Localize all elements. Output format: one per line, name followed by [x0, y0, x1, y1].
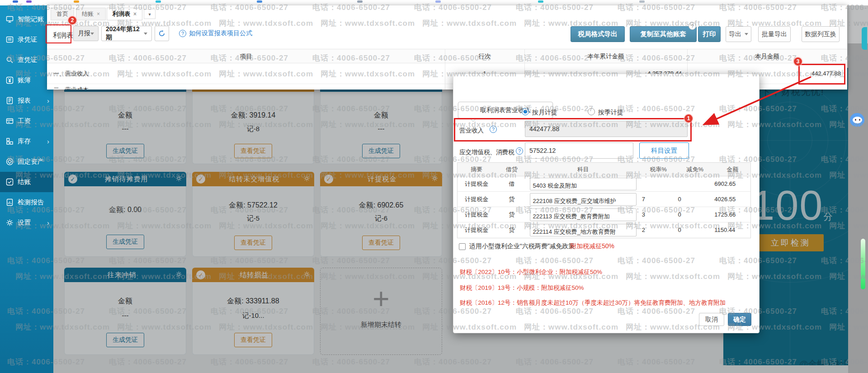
- policy-note: 财税〔2022〕10号：小型微利企业：附加税减征50%: [460, 268, 602, 276]
- sidebar-item-label: 结账: [18, 178, 31, 186]
- entry-summary: 计提税金: [458, 192, 496, 207]
- monitor-icon: [6, 15, 14, 23]
- radio-monthly[interactable]: [522, 108, 529, 115]
- account-input[interactable]: 222108 应交税费_应交城市维护: [530, 193, 637, 206]
- refresh-icon: [158, 30, 165, 37]
- favicon-sliver: [357, 0, 363, 3]
- subject-settings-button[interactable]: 科目设置: [639, 142, 689, 159]
- entry-row: 计提税金 贷 222113 应交税费_教育费附加 3 0 1725.66: [458, 207, 750, 222]
- export-button[interactable]: 导出: [726, 26, 751, 42]
- account-input[interactable]: 222114 应交税费_地方教育费附: [530, 224, 637, 236]
- chevron-right-icon: ›: [47, 219, 49, 227]
- close-icon[interactable]: ×: [133, 11, 137, 17]
- copy-to-other-books-button[interactable]: 复制至其他账套: [630, 26, 697, 42]
- entry-amount: 1725.66: [712, 207, 750, 222]
- sidebar-item-payroll[interactable]: 工资: [0, 111, 53, 131]
- report-table-header: 项目 行次 本年累计金额 本月金额: [47, 49, 847, 63]
- entry-rate: [639, 176, 675, 191]
- assistant-robot-mascot[interactable]: [850, 111, 865, 128]
- swap-columns-label: 数据列互换: [805, 30, 836, 38]
- report-title[interactable]: 利润表: [53, 31, 73, 40]
- search-icon: [6, 56, 14, 64]
- scroll-indicator[interactable]: [861, 239, 865, 289]
- question-icon[interactable]: ?: [490, 126, 497, 133]
- salary-card-icon: [6, 117, 14, 125]
- tab-profit-report[interactable]: 利润表 ×: [107, 8, 142, 20]
- radio-quarterly-label[interactable]: 按季计提: [598, 109, 623, 117]
- entry-relief: [675, 176, 712, 191]
- entry-row: 计提税金 借 5403 税金及附加 6902.65: [458, 176, 750, 192]
- diamond-circle-icon: [6, 158, 14, 165]
- favicon-sliver: [639, 0, 645, 3]
- column-header: 减免%: [675, 163, 712, 176]
- radio-monthly-label[interactable]: 按月计提: [532, 109, 557, 117]
- sidebar-item-reports[interactable]: 报表 ›: [0, 90, 53, 111]
- sidebar-item-voucher-entry[interactable]: 录凭证: [0, 29, 53, 50]
- sidebar-item-label: 录凭证: [18, 35, 38, 44]
- period-select[interactable]: 2024年第12期: [101, 26, 152, 41]
- help-text: 如何设置报表项目公式: [189, 29, 252, 38]
- account-input[interactable]: 5403 税金及附加: [530, 178, 637, 190]
- cancel-button[interactable]: 取消: [699, 313, 724, 326]
- sidebar-item-check-report[interactable]: 检测报告: [0, 192, 53, 212]
- formula-help-link[interactable]: ? 如何设置报表项目公式: [179, 29, 252, 38]
- sidebar-item-label: 报表: [18, 96, 31, 105]
- sidebar-item-label: 库存: [18, 137, 31, 146]
- tax-format-export-button[interactable]: 税局格式导出: [571, 26, 625, 42]
- small-enterprise-checkbox[interactable]: [459, 243, 466, 250]
- confirm-button[interactable]: 确定: [728, 313, 751, 326]
- sidebar-item-voucher-search[interactable]: 查凭证: [0, 50, 53, 70]
- print-button[interactable]: 打印: [698, 26, 721, 42]
- entry-amount: 1150.44: [712, 222, 750, 238]
- vat-input[interactable]: [525, 142, 633, 159]
- sidebar-item-closing[interactable]: 结账: [0, 172, 53, 192]
- question-badge-icon[interactable]: ?: [689, 22, 696, 30]
- sidebar: 智能记账 录凭证 查凭证 账簿 › 报表 › 工资 库存 ›: [0, 3, 53, 373]
- small-enterprise-checkbox-label[interactable]: 适用小型微利企业“六税两费”减免政策: [469, 242, 575, 250]
- entry-side: 贷: [496, 192, 528, 207]
- column-header: 科目: [528, 163, 639, 176]
- tab-label: 利润表: [113, 10, 130, 18]
- side-dock-tab[interactable]: [862, 27, 867, 50]
- question-icon[interactable]: ?: [516, 147, 523, 155]
- sidebar-item-fixed-assets[interactable]: 固定资产: [0, 151, 53, 172]
- favicon-sliver: [74, 0, 79, 3]
- close-icon[interactable]: ×: [97, 11, 100, 17]
- inventory-boxes-icon: [6, 137, 14, 145]
- favicon-sliver: [156, 0, 161, 3]
- account-input[interactable]: 222113 应交税费_教育费附加: [530, 208, 637, 221]
- revenue-label: 营业收入: [459, 127, 484, 135]
- sidebar-item-label: 固定资产: [18, 157, 44, 166]
- tab-list-dropdown[interactable]: ▾: [144, 9, 156, 19]
- sidebar-item-settings[interactable]: 设置 ›: [0, 212, 53, 233]
- chevron-right-icon: ›: [47, 97, 49, 104]
- batch-export-button[interactable]: 批量导出: [758, 26, 791, 42]
- sidebar-item-label: 检测报告: [18, 198, 44, 207]
- check-square-icon: [6, 178, 14, 186]
- column-header: 项目: [47, 49, 445, 64]
- swap-columns-button[interactable]: 数据列互换: [802, 26, 840, 42]
- refresh-button[interactable]: [155, 26, 169, 41]
- tab-label: 结账: [82, 10, 94, 18]
- sidebar-item-smart-bookkeeping[interactable]: 智能记账: [0, 9, 53, 29]
- sidebar-item-account-books[interactable]: 账簿 ›: [0, 70, 53, 90]
- question-icon: ?: [179, 30, 186, 37]
- revenue-input[interactable]: [525, 121, 688, 137]
- radio-quarterly[interactable]: [588, 108, 595, 115]
- sidebar-item-inventory[interactable]: 库存 ›: [0, 131, 53, 151]
- chevron-down-icon: ▾: [148, 12, 151, 17]
- entry-relief: 0: [675, 192, 712, 207]
- period-type-value: 月报: [78, 29, 90, 38]
- column-header: 行次: [445, 49, 524, 64]
- accrue-tax-dialog: 取利润表营业收入 按月计提 按季计提 营业收入 ? 应交增值税、消费税 ? 科目…: [453, 74, 760, 333]
- batch-export-label: 批量导出: [762, 30, 787, 38]
- sidebar-item-label: 工资: [18, 117, 31, 125]
- bar-chart-doc-icon: [6, 198, 14, 206]
- tab-closing[interactable]: 结账 ×: [76, 8, 106, 20]
- entry-rate: 2: [639, 222, 675, 238]
- sidebar-item-label: 设置: [18, 218, 31, 227]
- chevron-down-icon: [745, 33, 748, 35]
- row-item: 一、营业收入: [53, 63, 89, 84]
- period-type-select[interactable]: 月报: [73, 26, 99, 41]
- policy-note: 财税〔2016〕12号：销售额月度未超过10万（季度未超过30万）将免征教育费附…: [460, 299, 726, 307]
